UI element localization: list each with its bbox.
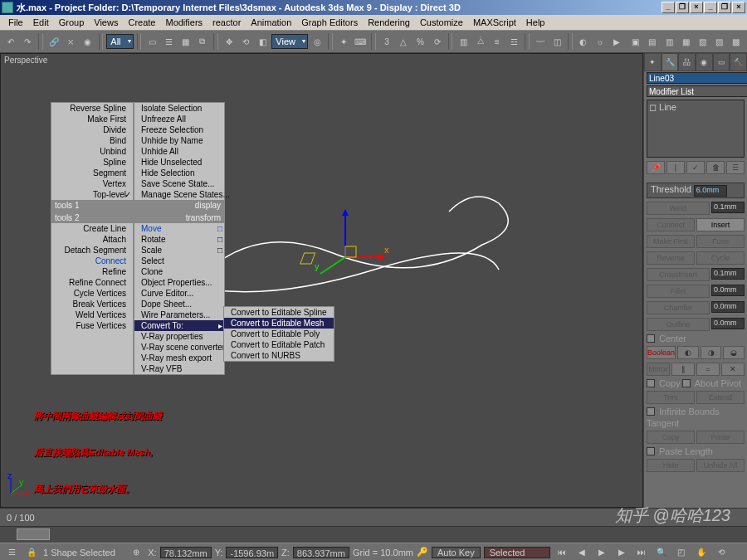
cm-refine[interactable]: Refine (51, 266, 133, 277)
cm-dope-sheet[interactable]: Dope Sheet... (134, 299, 224, 309)
paste-length-checkbox[interactable] (647, 447, 655, 455)
reactor-btn6[interactable]: ▨ (712, 33, 727, 50)
manipulate-button[interactable]: ✦ (336, 33, 351, 50)
cm-cycle-vertices[interactable]: Cycle Vertices (51, 288, 133, 299)
bool-icon3[interactable]: ◒ (723, 346, 745, 359)
restore-button[interactable]: ❐ (676, 2, 689, 13)
auto-key-button[interactable]: Auto Key (432, 547, 481, 558)
reactor-btn7[interactable]: ▩ (729, 33, 744, 50)
configure-button[interactable]: ☰ (726, 161, 745, 174)
cm-connect[interactable]: Connect (51, 256, 133, 266)
x-coord-field[interactable]: 78.132mm (160, 547, 212, 558)
remove-mod-button[interactable]: 🗑 (706, 161, 725, 174)
unhide-all-button[interactable]: Unhide All (696, 459, 745, 472)
menu-help[interactable]: Help (521, 16, 550, 29)
cm-vray-props[interactable]: V-Ray properties (134, 331, 224, 342)
cm-top-level[interactable]: Top-level (51, 189, 133, 200)
sub-editable-poly[interactable]: Convert to Editable Poly (224, 329, 334, 339)
cm-isolate[interactable]: Isolate Selection (134, 103, 224, 114)
display-tab[interactable]: ▭ (713, 53, 730, 71)
create-tab[interactable]: ✦ (644, 53, 662, 71)
align-button[interactable]: ≡ (490, 33, 505, 50)
zoom-all-button[interactable]: ◰ (673, 544, 690, 561)
cm-segment[interactable]: Segment (51, 168, 133, 178)
key-filters-dropdown[interactable]: Selected (484, 547, 550, 558)
paste-tangent-button[interactable]: Paste (696, 431, 745, 444)
mirror-button[interactable]: ⧊ (473, 33, 488, 50)
rotate-button[interactable]: ⟲ (238, 33, 253, 50)
next-frame-button[interactable]: ▶ (613, 544, 630, 561)
lock-selection-button[interactable]: 🔒 (23, 544, 40, 561)
y-coord-field[interactable]: -1596.93m (226, 547, 278, 558)
mirror-h-icon[interactable]: ‖ (671, 363, 695, 376)
layers-button[interactable]: ☲ (506, 33, 521, 50)
scale-button[interactable]: ◧ (255, 33, 270, 50)
curve-editor-button[interactable]: 〰 (533, 33, 548, 50)
inner-restore-button[interactable]: ❐ (718, 2, 731, 13)
selection-filter-dropdown[interactable]: All (106, 34, 133, 49)
panel-spinner[interactable]: 0.1mm (711, 202, 745, 213)
named-sel-button[interactable]: ▥ (456, 33, 471, 50)
cm-unbind[interactable]: Unbind (51, 146, 133, 157)
copy-tangent-button[interactable]: Copy (647, 431, 695, 444)
redo-button[interactable]: ↷ (20, 33, 35, 50)
menu-modifiers[interactable]: Modifiers (160, 16, 208, 29)
snap-button[interactable]: 3 (379, 33, 394, 50)
pan-button[interactable]: ✋ (693, 544, 710, 561)
cm-convert-to[interactable]: Convert To: (134, 320, 224, 331)
cm-unhide-all[interactable]: Unhide All (134, 146, 224, 157)
cm-fuse-vertices[interactable]: Fuse Vertices (51, 320, 133, 331)
move-button[interactable]: ✥ (222, 33, 237, 50)
menu-maxscript[interactable]: MAXScript (468, 16, 521, 29)
prev-frame-button[interactable]: ◀ (574, 544, 590, 561)
cm-save-scene[interactable]: Save Scene State... (134, 178, 224, 189)
stack-item[interactable]: ◻ Line (649, 102, 676, 112)
mirror-v-icon[interactable]: = (696, 363, 720, 376)
about-pivot-checkbox[interactable] (682, 379, 691, 387)
reactor-btn2[interactable]: ▤ (645, 33, 660, 50)
schematic-button[interactable]: ◫ (549, 33, 564, 50)
link-button[interactable]: 🔗 (46, 33, 61, 50)
spinner-snap-button[interactable]: ⟳ (429, 33, 444, 50)
menu-rendering[interactable]: Rendering (363, 16, 415, 29)
hide-button[interactable]: Hide (647, 459, 695, 472)
close-button[interactable]: × (690, 2, 703, 13)
goto-start-button[interactable]: ⏮ (554, 544, 570, 561)
bool-icon1[interactable]: ◐ (677, 346, 699, 359)
cm-manage-scene[interactable]: Manage Scene States... (134, 189, 224, 200)
modifier-list-dropdown[interactable] (647, 85, 747, 97)
cm-clone[interactable]: Clone (134, 266, 224, 277)
cm-reverse-spline[interactable]: Reverse Spline (51, 103, 133, 114)
script-listener-button[interactable]: ☰ (3, 544, 20, 561)
menu-file[interactable]: File (3, 16, 28, 29)
cm-vray-vfb[interactable]: V-Ray VFB (134, 363, 224, 374)
cm-wire-params[interactable]: Wire Parameters... (134, 309, 224, 320)
cm-break-vertices[interactable]: Break Vertices (51, 299, 133, 309)
panel-spinner[interactable]: 0.0mm (711, 301, 745, 313)
cm-refine-connect[interactable]: Refine Connect (51, 277, 133, 288)
menu-group[interactable]: Group (54, 16, 90, 29)
goto-end-button[interactable]: ⏭ (633, 544, 650, 561)
sub-editable-patch[interactable]: Convert to Editable Patch (224, 339, 334, 350)
panel-spinner[interactable]: 0.1mm (711, 268, 745, 280)
cm-weld-vertices[interactable]: Weld Vertices (51, 309, 133, 320)
hierarchy-tab[interactable]: 品 (678, 53, 696, 71)
cm-hide-selection[interactable]: Hide Selection (134, 168, 224, 178)
pivot-button[interactable]: ◎ (310, 33, 325, 50)
orbit-button[interactable]: ⟲ (713, 544, 730, 561)
angle-snap-button[interactable]: △ (396, 33, 411, 50)
region-button[interactable]: ▦ (178, 33, 193, 50)
unlink-button[interactable]: ⤫ (63, 33, 78, 50)
window-crossing-button[interactable]: ⧉ (195, 33, 210, 50)
sub-editable-spline[interactable]: Convert to Editable Spline (224, 307, 334, 318)
cm-move[interactable]: Move (134, 223, 224, 234)
cm-create-line[interactable]: Create Line (51, 223, 133, 234)
cm-vertex[interactable]: Vertex (51, 178, 133, 189)
panel-spinner[interactable]: 0.0mm (711, 285, 745, 296)
reactor-btn4[interactable]: ▦ (678, 33, 693, 50)
cm-vray-mesh-export[interactable]: V-Ray mesh export (134, 353, 224, 363)
play-button[interactable]: ▶ (593, 544, 610, 561)
menu-edit[interactable]: Edit (28, 16, 54, 29)
cm-scale[interactable]: Scale (134, 245, 224, 256)
menu-grapheditors[interactable]: Graph Editors (296, 16, 363, 29)
